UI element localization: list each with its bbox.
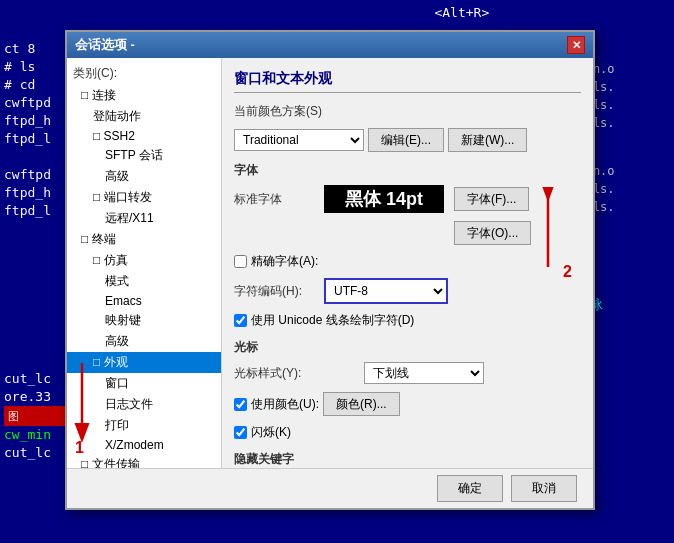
sidebar-item-mapkeys[interactable]: 映射键 — [67, 310, 221, 331]
terminal-line: cwftpd — [4, 166, 69, 184]
color-scheme-row: 当前颜色方案(S) — [234, 103, 581, 120]
cursor-style-select[interactable]: 下划线 — [364, 362, 484, 384]
title-bar: 会话选项 - ✕ — [67, 32, 593, 58]
unicode-row: 使用 Unicode 线条绘制字符(D) — [234, 312, 581, 329]
sidebar-item-filetransfer[interactable]: □ 文件传输 — [67, 454, 221, 468]
svg-text:1: 1 — [75, 439, 84, 453]
cursor-style-label: 光标样式(Y): — [234, 365, 364, 382]
sidebar-item-mode[interactable]: 模式 — [67, 271, 221, 292]
sidebar-item-adv2[interactable]: 高级 — [67, 331, 221, 352]
color-scheme-controls: Traditional 编辑(E)... 新建(W)... — [234, 128, 581, 152]
arrow-annotation-1: 1 — [42, 353, 122, 453]
sidebar-item-emacs[interactable]: Emacs — [67, 292, 221, 310]
cursor-section-label: 光标 — [234, 339, 581, 356]
terminal-line: cwftpd — [4, 94, 69, 112]
terminal-line: ct 8 — [4, 40, 69, 58]
terminal-line: ftpd_l — [4, 130, 69, 148]
sidebar-item-advanced[interactable]: 高级 — [67, 166, 221, 187]
sidebar-item-ssh2[interactable]: □ SSH2 — [67, 127, 221, 145]
sidebar-item-login[interactable]: 登陆动作 — [67, 106, 221, 127]
terminal-line — [4, 148, 69, 166]
color-scheme-label: 当前颜色方案(S) — [234, 103, 324, 120]
svg-text:2: 2 — [563, 263, 572, 280]
encoding-select-wrapper: UTF-8 — [324, 278, 448, 304]
font-preview: 黑体 14pt — [324, 185, 444, 213]
color-scheme-select[interactable]: Traditional — [234, 129, 364, 151]
blink-label: 闪烁(K) — [251, 424, 291, 441]
new-scheme-button[interactable]: 新建(W)... — [448, 128, 527, 152]
color-button[interactable]: 颜色(R)... — [323, 392, 400, 416]
font-label: 标准字体 — [234, 191, 324, 208]
dialog-footer: 确定 取消 — [67, 468, 593, 508]
dialog-window: 会话选项 - ✕ 类别(C): □ 连接 登陆动作 □ SSH2 SFTP 会话… — [65, 30, 595, 510]
terminal-line: ftpd_h — [4, 184, 69, 202]
edit-scheme-button[interactable]: 编辑(E)... — [368, 128, 444, 152]
sidebar-item-portfwd[interactable]: □ 端口转发 — [67, 187, 221, 208]
cancel-button[interactable]: 取消 — [511, 475, 577, 502]
encoding-label: 字符编码(H): — [234, 283, 324, 300]
precise-font-checkbox[interactable] — [234, 255, 247, 268]
blink-row: 闪烁(K) — [234, 424, 581, 441]
sidebar-item-emulation[interactable]: □ 仿真 — [67, 250, 221, 271]
unicode-checkbox[interactable] — [234, 314, 247, 327]
close-button[interactable]: ✕ — [567, 36, 585, 54]
sidebar-item-terminal[interactable]: □ 终端 — [67, 229, 221, 250]
cursor-color-row: 使用颜色(U): 颜色(R)... — [234, 392, 581, 416]
precise-font-label: 精确字体(A): — [251, 253, 318, 270]
terminal-line: <Alt+R> — [4, 4, 670, 22]
hidden-section-label: 隐藏关键字 — [234, 451, 581, 468]
cursor-style-row: 光标样式(Y): 下划线 — [234, 362, 581, 384]
font-section-label: 字体 — [234, 162, 581, 179]
cursor-color-checkbox[interactable] — [234, 398, 247, 411]
category-label: 类别(C): — [67, 62, 221, 85]
sidebar-item-connect[interactable]: □ 连接 — [67, 85, 221, 106]
encoding-select[interactable]: UTF-8 — [326, 280, 446, 302]
unicode-label: 使用 Unicode 线条绘制字符(D) — [251, 312, 414, 329]
section-title: 窗口和文本外观 — [234, 70, 581, 93]
cursor-color-label: 使用颜色(U): — [251, 396, 319, 413]
terminal-line: ftpd_l — [4, 202, 69, 220]
terminal-line: ftpd_h — [4, 112, 69, 130]
arrow-annotation-2: 2 — [508, 187, 588, 287]
terminal-line: # ls — [4, 58, 69, 76]
dialog-title: 会话选项 - — [75, 36, 135, 54]
sidebar-item-sftp[interactable]: SFTP 会话 — [67, 145, 221, 166]
blink-checkbox[interactable] — [234, 426, 247, 439]
sidebar-item-x11[interactable]: 远程/X11 — [67, 208, 221, 229]
confirm-button[interactable]: 确定 — [437, 475, 503, 502]
terminal-line: # cd — [4, 76, 69, 94]
